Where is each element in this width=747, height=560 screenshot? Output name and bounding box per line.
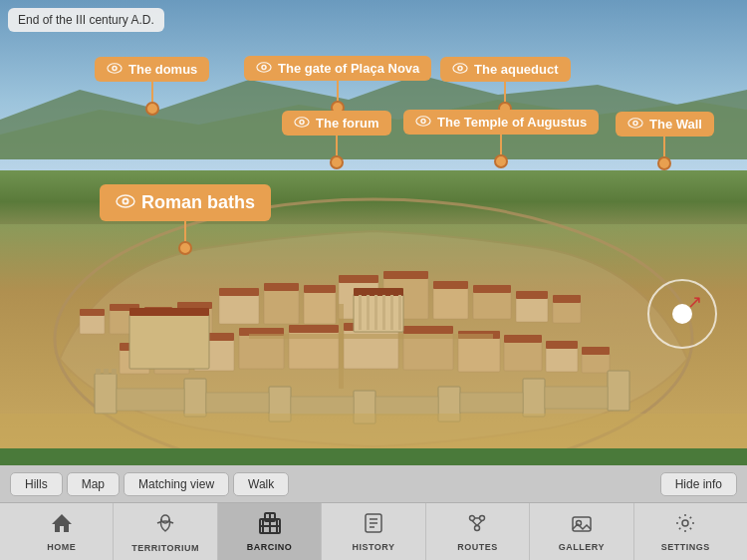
compass-arrow: ↗ xyxy=(687,291,707,311)
svg-rect-25 xyxy=(433,281,468,289)
hills-button[interactable]: Hills xyxy=(10,472,63,496)
svg-rect-14 xyxy=(219,288,259,296)
home-icon xyxy=(50,512,74,539)
svg-point-113 xyxy=(470,515,475,520)
svg-point-88 xyxy=(263,66,265,68)
barcino-icon xyxy=(259,512,281,539)
svg-rect-66 xyxy=(112,369,117,375)
svg-rect-74 xyxy=(382,295,385,330)
svg-point-91 xyxy=(459,67,461,69)
svg-rect-12 xyxy=(264,289,299,324)
svg-rect-77 xyxy=(129,314,209,369)
status-text: End of the III century A.D. xyxy=(18,13,154,27)
svg-point-114 xyxy=(480,515,485,520)
svg-rect-72 xyxy=(367,295,370,330)
svg-rect-26 xyxy=(473,285,511,293)
svg-rect-42 xyxy=(403,326,453,334)
main-navigation: HOMETERRITORIUMBARCINOHISTORYROUTESGALLE… xyxy=(0,503,747,560)
svg-rect-75 xyxy=(390,295,393,330)
label-stem-roman-baths xyxy=(184,221,186,241)
label-roman-baths[interactable]: Roman baths xyxy=(100,184,271,221)
svg-rect-7 xyxy=(80,309,105,316)
label-dot-the-forum xyxy=(330,155,344,169)
map-button[interactable]: Map xyxy=(67,472,120,496)
svg-line-117 xyxy=(477,520,482,525)
label-stem-the-domus xyxy=(151,82,153,102)
eye-icon-gate-placa-nova xyxy=(256,62,272,75)
svg-marker-101 xyxy=(52,514,72,532)
svg-point-85 xyxy=(114,67,116,69)
label-text-gate-placa-nova: The gate of Plaça Nova xyxy=(278,61,419,76)
svg-rect-67 xyxy=(339,304,344,389)
svg-rect-46 xyxy=(582,353,610,373)
nav-label-home: HOME xyxy=(47,542,76,552)
hide-info-button[interactable]: Hide info xyxy=(660,472,737,496)
svg-rect-27 xyxy=(516,291,548,299)
history-icon xyxy=(363,512,384,539)
svg-rect-44 xyxy=(504,341,542,371)
nav-label-settings: SETTINGS xyxy=(661,542,710,552)
view-buttons-bar: Hills Map Matching view Walk Hide info xyxy=(0,465,747,503)
svg-rect-65 xyxy=(104,369,109,375)
svg-point-100 xyxy=(634,122,636,124)
svg-rect-73 xyxy=(374,295,377,330)
svg-rect-3 xyxy=(80,314,105,334)
label-stem-the-aqueduct xyxy=(504,82,506,102)
label-dot-temple-augustus xyxy=(494,154,508,168)
label-stem-gate-placa-nova xyxy=(337,81,339,101)
label-gate-placa-nova[interactable]: The gate of Plaça Nova xyxy=(244,56,431,81)
eye-icon-the-domus xyxy=(107,63,123,76)
svg-rect-78 xyxy=(129,308,209,316)
svg-rect-59 xyxy=(206,393,269,413)
label-text-roman-baths: Roman baths xyxy=(141,192,255,213)
svg-rect-51 xyxy=(95,374,117,414)
svg-rect-21 xyxy=(433,287,468,319)
eye-icon-the-forum xyxy=(294,117,310,130)
svg-rect-79 xyxy=(0,414,747,448)
nav-item-home[interactable]: HOME xyxy=(10,503,114,560)
label-temple-augustus[interactable]: The Temple of Augustus xyxy=(403,110,599,135)
eye-icon-the-aqueduct xyxy=(452,63,468,76)
svg-point-121 xyxy=(682,520,688,526)
svg-rect-64 xyxy=(96,369,101,375)
svg-rect-11 xyxy=(219,294,259,324)
svg-rect-57 xyxy=(608,371,629,411)
label-stem-the-wall xyxy=(663,137,665,156)
svg-point-94 xyxy=(301,121,303,123)
svg-rect-28 xyxy=(553,295,581,303)
svg-rect-70 xyxy=(354,288,403,296)
nav-item-settings[interactable]: SETTINGS xyxy=(634,503,737,560)
compass[interactable]: ↗ xyxy=(647,279,717,349)
nav-item-territorium[interactable]: TERRITORIUM xyxy=(114,503,217,560)
label-the-aqueduct[interactable]: The aqueduct xyxy=(440,57,571,82)
territorium-icon xyxy=(153,511,177,540)
svg-rect-62 xyxy=(460,393,523,413)
svg-rect-48 xyxy=(504,335,542,343)
nav-item-gallery[interactable]: GALLERY xyxy=(530,503,633,560)
svg-point-82 xyxy=(124,200,127,203)
svg-rect-24 xyxy=(553,301,581,323)
gallery-icon xyxy=(571,512,593,539)
eye-icon-roman-baths xyxy=(116,194,135,211)
label-stem-the-forum xyxy=(336,136,338,155)
svg-rect-50 xyxy=(582,347,610,355)
bottom-nav: Hills Map Matching view Walk Hide info H… xyxy=(0,465,747,560)
label-dot-the-wall xyxy=(657,156,671,170)
label-the-forum[interactable]: The forum xyxy=(282,111,391,136)
svg-rect-71 xyxy=(359,295,362,330)
label-stem-temple-augustus xyxy=(500,135,502,154)
svg-rect-49 xyxy=(546,341,578,349)
nav-item-routes[interactable]: ROUTES xyxy=(426,503,530,560)
label-the-domus[interactable]: The domus xyxy=(95,57,209,82)
nav-label-territorium: TERRITORIUM xyxy=(131,543,199,553)
eye-icon-temple-augustus xyxy=(415,116,431,129)
nav-item-barcino[interactable]: BARCINO xyxy=(218,503,322,560)
nav-item-history[interactable]: HISTORY xyxy=(322,503,425,560)
label-the-wall[interactable]: The Wall xyxy=(616,112,714,137)
svg-rect-58 xyxy=(117,389,184,411)
view-mode-group: Hills Map Matching view Walk xyxy=(10,472,289,496)
eye-icon-the-wall xyxy=(627,118,643,131)
walk-button[interactable]: Walk xyxy=(233,472,289,496)
svg-rect-22 xyxy=(473,291,511,319)
matching-view-button[interactable]: Matching view xyxy=(124,472,229,496)
